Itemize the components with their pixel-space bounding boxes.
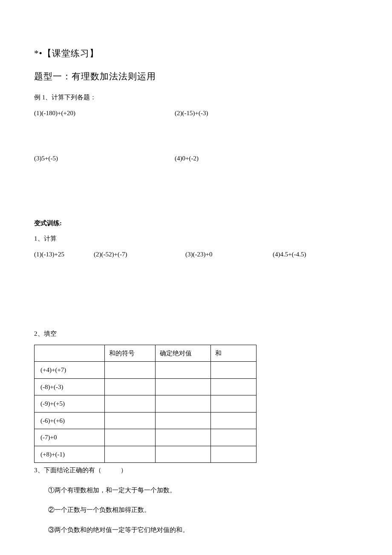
cell [156, 446, 211, 463]
example1-item-2: (2)(-15)+(-3) [175, 108, 208, 118]
table-row: (-7)+0 [35, 429, 257, 446]
q1-item-4: (4)4.5+(-4.5) [273, 250, 306, 259]
header-cell-1: 和的符号 [104, 345, 156, 362]
q1-title: 1、计算 [34, 234, 358, 244]
cell [104, 378, 156, 395]
q1-item-2: (2)(-52)+(-7) [94, 250, 185, 259]
row-label: (-9)+(+5) [35, 395, 105, 413]
example1-item-4: (4)0+(-2) [175, 154, 199, 163]
table-row: (-8)+(-3) [35, 378, 257, 395]
cell [104, 429, 156, 446]
cell [104, 395, 156, 413]
table-header-row: 和的符号 确定绝对值 和 [35, 345, 257, 362]
header-cell-0 [35, 345, 105, 362]
cell [156, 429, 211, 446]
cell [104, 412, 156, 429]
cell [211, 395, 257, 413]
table-row: (+8)+(-1) [35, 446, 257, 463]
row-label: (+4)+(+7) [35, 362, 105, 379]
example1-item-3: (3)5+(-5) [34, 154, 175, 163]
cell [211, 378, 257, 395]
row-label: (+8)+(-1) [35, 446, 105, 463]
header-cell-3: 和 [211, 345, 257, 362]
fill-table: 和的符号 确定绝对值 和 (+4)+(+7) (-8)+(-3) (-9)+(+… [34, 345, 257, 463]
row-label: (-6)+(+6) [35, 412, 105, 429]
cell [156, 412, 211, 429]
example1-item-1: (1)(-180)+(+20) [34, 108, 175, 118]
q3-statement-3: ③两个负数和的绝对值一定等于它们绝对值的和。 [34, 525, 358, 535]
cell [156, 395, 211, 413]
table-row: (-9)+(+5) [35, 395, 257, 413]
q3-statement-2: ②一个正数与一个负数相加得正数。 [34, 505, 358, 515]
cell [211, 446, 257, 463]
example1-title: 例 1、计算下列各题： [34, 93, 358, 102]
row-label: (-8)+(-3) [35, 378, 105, 395]
cell [211, 412, 257, 429]
q3-statement-1: ①两个有理数相加，和一定大于每一个加数。 [34, 485, 358, 495]
subsection-heading: 题型一：有理数加法法则运用 [34, 70, 358, 84]
table-row: (+4)+(+7) [35, 362, 257, 379]
section-heading: *•【课堂练习】 [34, 47, 358, 61]
cell [156, 362, 211, 379]
variation-title: 变式训练: [34, 218, 358, 228]
cell [104, 362, 156, 379]
cell [156, 378, 211, 395]
q3-title: 3、下面结论正确的有（ ） [34, 465, 358, 475]
cell [211, 362, 257, 379]
cell [211, 429, 257, 446]
table-row: (-6)+(+6) [35, 412, 257, 429]
header-cell-2: 确定绝对值 [156, 345, 211, 362]
q1-item-1: (1)(-13)+25 [34, 250, 94, 259]
q2-title: 2、填空 [34, 329, 358, 339]
q1-item-3: (3)(-23)+0 [185, 250, 273, 259]
row-label: (-7)+0 [35, 429, 105, 446]
cell [104, 446, 156, 463]
